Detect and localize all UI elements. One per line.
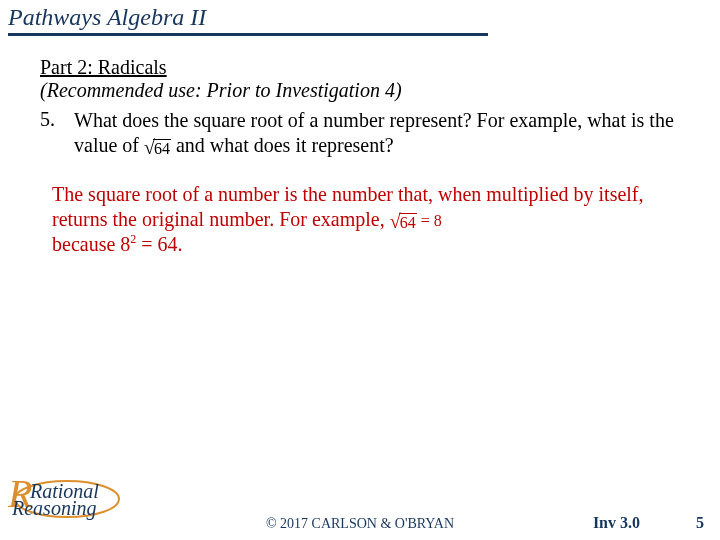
inv-label: Inv 3.0 [593,514,640,532]
page-title: Pathways Algebra II [8,4,488,36]
footer: R Rational Reasoning © 2017 CARLSON & O'… [0,500,720,540]
question-after: and what does it represent? [176,134,394,156]
equals-8: = 8 [417,212,442,229]
header: Pathways Algebra II [0,0,720,36]
logo: R Rational Reasoning [12,480,132,526]
radicand: 64 [153,139,171,157]
content: Part 2: Radicals (Recommended use: Prior… [0,56,720,257]
radicand-answer: 64 [399,213,417,231]
answer-line2-before: because 8 [52,233,130,255]
question-block: 5. What does the square root of a number… [40,108,680,158]
question-number: 5. [40,108,74,158]
logo-line2: Reasoning [12,497,132,520]
radical-64: √ 64 [144,137,171,157]
radical-64-answer: √ 64 [390,211,417,231]
answer-line2-after: = 64. [136,233,182,255]
page-number: 5 [696,514,704,532]
answer-block: The square root of a number is the numbe… [52,182,668,257]
answer-line1: The square root of a number is the numbe… [52,183,644,230]
part-label: Part 2: Radicals [40,56,680,79]
copyright: © 2017 CARLSON & O'BRYAN [266,516,454,532]
part-recommended: (Recommended use: Prior to Investigation… [40,79,680,102]
question-text: What does the square root of a number re… [74,108,680,158]
